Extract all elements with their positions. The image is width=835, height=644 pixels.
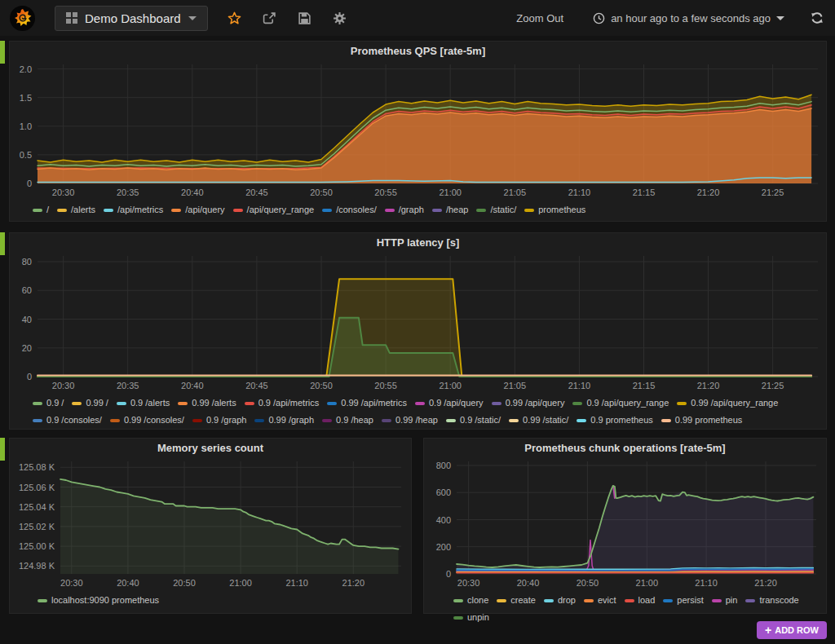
legend-item[interactable]: /heap <box>432 201 469 218</box>
legend-item[interactable]: create <box>497 592 536 609</box>
chevron-down-icon <box>776 16 784 20</box>
legend-swatch <box>677 402 687 405</box>
legend-label: /api/query <box>185 201 224 218</box>
legend-swatch <box>33 209 42 212</box>
legend-item[interactable]: /static/ <box>476 201 516 218</box>
refresh-button[interactable] <box>809 10 825 26</box>
legend-item[interactable]: persist <box>663 592 703 609</box>
legend-item[interactable]: 0.99 /api/query_range <box>677 395 778 412</box>
legend-item[interactable]: 0.9 /static/ <box>446 412 501 429</box>
legend-item[interactable]: 0.9 /api/query <box>415 395 484 412</box>
legend-swatch <box>33 419 42 422</box>
legend-item[interactable]: 0.9 /alerts <box>117 395 170 412</box>
legend-item[interactable]: 0.9 /api/metrics <box>245 395 320 412</box>
legend-item[interactable]: /api/metrics <box>104 201 163 218</box>
legend-item[interactable]: load <box>625 592 656 609</box>
svg-text:20:55: 20:55 <box>374 381 397 390</box>
legend-item[interactable]: /api/query <box>171 201 224 218</box>
legend-item[interactable]: 0.9 /graph <box>192 412 247 429</box>
row-handle[interactable] <box>0 438 5 461</box>
settings-button[interactable] <box>331 10 348 27</box>
legend-swatch <box>453 616 463 620</box>
legend-item[interactable]: transcode <box>745 592 798 609</box>
legend-item[interactable]: 0.99 /api/query <box>492 395 565 412</box>
legend-item[interactable]: /api/query_range <box>233 201 315 218</box>
svg-text:21:10: 21:10 <box>695 578 718 588</box>
svg-text:21:00: 21:00 <box>439 381 462 390</box>
time-range-label: an hour ago to a few seconds ago <box>611 12 771 24</box>
time-picker[interactable]: an hour ago to a few seconds ago <box>588 11 789 25</box>
chart-chunk-operations[interactable]: 20:3020:4020:5021:0021:1021:200200400600… <box>427 457 823 590</box>
legend-item[interactable]: 0.99 / <box>72 395 108 412</box>
panel-title[interactable]: Prometheus chunk operations [rate-5m] <box>424 439 826 457</box>
add-row-button[interactable]: + ADD ROW <box>757 621 827 639</box>
chart-legend: //alerts/api/metrics/api/query/api/query… <box>10 200 826 218</box>
legend-label: 0.9 /api/metrics <box>258 395 320 412</box>
svg-text:20:40: 20:40 <box>181 381 204 390</box>
panel-title[interactable]: Prometheus QPS [rate-5m] <box>10 42 826 60</box>
legend-item[interactable]: evict <box>584 592 616 609</box>
navbar: Demo Dashboard <box>0 0 835 36</box>
chart-prometheus-qps[interactable]: 20:3020:3520:4020:4520:5020:5521:0021:05… <box>13 60 823 200</box>
legend-item[interactable]: 0.9 /heap <box>322 412 373 429</box>
legend-item[interactable]: drop <box>544 592 576 609</box>
legend-swatch <box>544 599 554 602</box>
legend-label: load <box>638 592 656 609</box>
legend-item[interactable]: 0.9 /consoles/ <box>33 412 102 429</box>
star-button[interactable] <box>226 10 243 27</box>
row-handle[interactable] <box>0 232 5 255</box>
legend-item[interactable]: 0.99 /alerts <box>178 395 236 412</box>
legend-item[interactable]: pin <box>712 592 738 609</box>
share-button[interactable] <box>261 10 278 27</box>
svg-text:20:50: 20:50 <box>577 578 599 588</box>
legend-swatch <box>385 209 395 212</box>
legend-swatch <box>57 209 67 212</box>
legend-item[interactable]: clone <box>453 592 488 609</box>
legend-item[interactable]: /graph <box>385 201 424 218</box>
legend-item[interactable]: 0.99 /heap <box>382 412 438 429</box>
dashboard-selector[interactable]: Demo Dashboard <box>55 6 208 31</box>
panel-title[interactable]: Memory series count <box>10 439 411 457</box>
legend-swatch <box>712 599 722 602</box>
legend-label: /api/query_range <box>247 201 315 218</box>
legend-item[interactable]: prometheus <box>524 201 585 218</box>
panel-prometheus-qps: Prometheus QPS [rate-5m] 20:3020:3520:40… <box>9 41 827 222</box>
panel-title[interactable]: HTTP latency [s] <box>10 233 826 251</box>
legend-label: pin <box>726 592 738 609</box>
legend-item[interactable]: 0.99 /graph <box>254 412 314 429</box>
legend-item[interactable]: 0.99 prometheus <box>661 412 743 429</box>
svg-text:1.5: 1.5 <box>20 93 32 103</box>
legend-item[interactable]: /consoles/ <box>322 201 377 218</box>
panel-memory-series-count: Memory series count 20:3020:4020:5021:00… <box>9 438 412 614</box>
save-icon <box>298 11 311 25</box>
legend-swatch <box>432 209 442 212</box>
legend-swatch <box>254 419 264 422</box>
legend-item[interactable]: 0.9 prometheus <box>577 412 652 429</box>
legend-item[interactable]: / <box>33 201 49 218</box>
chart-http-latency[interactable]: 20:3020:3520:4020:4520:5020:5521:0021:05… <box>13 251 823 393</box>
legend-item[interactable]: 0.9 / <box>33 395 64 412</box>
legend-item[interactable]: localhost:9090 prometheus <box>38 592 159 609</box>
chart-legend: localhost:9090 prometheus <box>10 590 411 609</box>
legend-item[interactable]: unpin <box>453 609 489 626</box>
legend-label: 0.9 /heap <box>336 412 373 429</box>
legend-item[interactable]: 0.99 /static/ <box>509 412 568 429</box>
row-handle[interactable] <box>0 41 5 64</box>
zoom-out-button[interactable]: Zoom Out <box>511 11 568 25</box>
legend-item[interactable]: 0.99 /consoles/ <box>110 412 184 429</box>
grafana-logo-icon[interactable] <box>10 6 35 31</box>
chevron-down-icon <box>188 16 197 20</box>
legend-item[interactable]: /alerts <box>57 201 95 218</box>
legend-label: 0.99 /consoles/ <box>124 412 184 429</box>
save-button[interactable] <box>296 10 313 27</box>
legend-swatch <box>38 599 47 602</box>
svg-text:0.5: 0.5 <box>20 150 32 160</box>
legend-swatch <box>171 209 181 212</box>
legend-item[interactable]: 0.9 /api/query_range <box>572 395 669 412</box>
chart-legend: 0.9 /0.99 /0.9 /alerts0.99 /alerts0.9 /a… <box>10 393 826 429</box>
chart-memory-series-count[interactable]: 20:3020:4020:5021:0021:1021:20124.98 K12… <box>13 457 408 590</box>
svg-text:20:30: 20:30 <box>52 187 75 197</box>
legend-item[interactable]: 0.99 /api/metrics <box>327 395 407 412</box>
svg-text:0: 0 <box>27 372 32 382</box>
legend-label: 0.9 prometheus <box>590 412 652 429</box>
